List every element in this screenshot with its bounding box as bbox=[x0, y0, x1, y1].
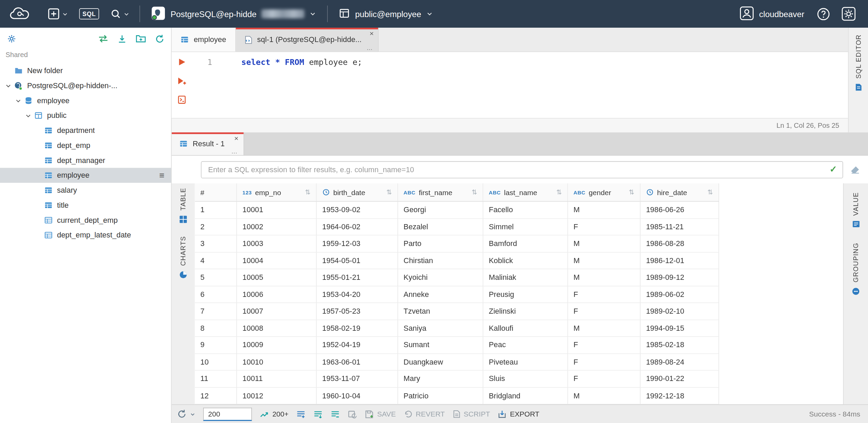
grid-cell[interactable]: 1986-06-26 bbox=[641, 202, 719, 218]
tree-item-dept-manager[interactable]: dept_manager bbox=[0, 153, 171, 168]
driver-search-button[interactable] bbox=[105, 0, 135, 28]
column-header-index[interactable]: # bbox=[195, 183, 237, 202]
grid-cell[interactable]: 1994-09-15 bbox=[641, 320, 719, 337]
grid-cell[interactable]: 1964-06-02 bbox=[317, 219, 398, 235]
chevron-down-icon[interactable] bbox=[13, 96, 23, 105]
grid-cell[interactable]: Peac bbox=[483, 337, 568, 354]
export-button[interactable]: EXPORT bbox=[498, 410, 540, 419]
grid-cell[interactable]: Maliniak bbox=[483, 269, 568, 286]
grid-cell[interactable]: Facello bbox=[483, 202, 568, 218]
grid-cell[interactable]: 1992-12-18 bbox=[641, 387, 719, 404]
tree-item-dept-emp-latest-date[interactable]: dept_emp_latest_date bbox=[0, 228, 171, 243]
grid-cell[interactable]: 10007 bbox=[237, 303, 317, 320]
tree-item-salary[interactable]: salary bbox=[0, 183, 171, 198]
column-header-first_name[interactable]: ABCfirst_name⇅ bbox=[398, 183, 484, 202]
row-index-cell[interactable]: 10 bbox=[195, 354, 237, 370]
grid-cell[interactable]: Preusig bbox=[483, 286, 568, 303]
row-index-cell[interactable]: 11 bbox=[195, 371, 237, 387]
row-index-cell[interactable]: 1 bbox=[195, 202, 237, 218]
grid-cell[interactable]: M bbox=[568, 252, 640, 269]
grid-cell[interactable]: Chirstian bbox=[398, 252, 484, 269]
duplicate-row-button[interactable] bbox=[313, 410, 323, 419]
grid-cell[interactable]: 10012 bbox=[237, 387, 317, 404]
grid-cell[interactable]: Mary bbox=[398, 371, 484, 387]
row-index-cell[interactable]: 12 bbox=[195, 387, 237, 404]
grid-cell[interactable]: M bbox=[568, 320, 640, 337]
grid-cell[interactable]: 10001 bbox=[237, 202, 317, 218]
grid-cell[interactable]: Anneke bbox=[398, 286, 484, 303]
row-index-cell[interactable]: 3 bbox=[195, 235, 237, 252]
script-button[interactable]: SCRIPT bbox=[452, 410, 490, 418]
tree-item-department[interactable]: department bbox=[0, 123, 171, 138]
grid-cell[interactable]: 1954-05-01 bbox=[317, 252, 398, 269]
open-sql-editor-button[interactable]: SQL bbox=[74, 0, 105, 28]
tree-item-postgresql-ep-hidden[interactable]: PostgreSQL@ep-hidden-... bbox=[0, 78, 171, 93]
grid-cell[interactable]: 10010 bbox=[237, 354, 317, 370]
grid-cell[interactable]: 10006 bbox=[237, 286, 317, 303]
settings-button[interactable] bbox=[836, 0, 862, 28]
chevron-down-icon[interactable] bbox=[23, 111, 33, 120]
grid-cell[interactable]: 1953-11-07 bbox=[317, 371, 398, 387]
execute-new-tab-button[interactable] bbox=[177, 77, 186, 85]
sort-icon[interactable]: ⇅ bbox=[305, 188, 310, 196]
grid-cell[interactable]: Bamford bbox=[483, 235, 568, 252]
grid-cell[interactable]: 10009 bbox=[237, 337, 317, 354]
sort-icon[interactable]: ⇅ bbox=[556, 188, 562, 196]
grid-cell[interactable]: 1989-06-02 bbox=[641, 286, 719, 303]
grid-cell[interactable]: Simmel bbox=[483, 219, 568, 235]
delete-row-button[interactable] bbox=[331, 410, 340, 419]
grid-cell[interactable]: F bbox=[568, 337, 640, 354]
column-header-emp_no[interactable]: 123emp_no⇅ bbox=[237, 183, 317, 202]
grid-cell[interactable]: Piveteau bbox=[483, 354, 568, 370]
revert-button[interactable]: REVERT bbox=[404, 410, 445, 418]
new-connection-button[interactable] bbox=[42, 0, 73, 28]
clear-filter-icon[interactable] bbox=[850, 165, 860, 174]
grid-cell[interactable]: Bezalel bbox=[398, 219, 484, 235]
grid-cell[interactable]: 1955-01-21 bbox=[317, 269, 398, 286]
grid-cell[interactable]: M bbox=[568, 202, 640, 218]
column-header-hire_date[interactable]: hire_date⇅ bbox=[641, 183, 719, 202]
schema-selector[interactable]: public@employee bbox=[332, 0, 439, 28]
grid-cell[interactable]: 1986-08-28 bbox=[641, 235, 719, 252]
tab-employee[interactable]: employee bbox=[172, 28, 236, 52]
connection-selector[interactable]: PostgreSQL@ep-hidde bbox=[144, 0, 323, 28]
grid-cell[interactable]: Parto bbox=[398, 235, 484, 252]
grid-cell[interactable]: Patricio bbox=[398, 387, 484, 404]
tree-item-new-folder[interactable]: New folder bbox=[0, 63, 171, 78]
grid-cell[interactable]: Sluis bbox=[483, 371, 568, 387]
sort-icon[interactable]: ⇅ bbox=[386, 188, 392, 196]
grid-cell[interactable]: 1953-04-20 bbox=[317, 286, 398, 303]
grid-cell[interactable]: Saniya bbox=[398, 320, 484, 337]
grid-cell[interactable]: 1986-12-01 bbox=[641, 252, 719, 269]
grid-cell[interactable]: 1989-02-10 bbox=[641, 303, 719, 320]
grid-cell[interactable]: 1990-01-22 bbox=[641, 371, 719, 387]
column-header-gender[interactable]: ABCgender⇅ bbox=[568, 183, 640, 202]
auto-refresh-button[interactable] bbox=[348, 410, 358, 419]
help-button[interactable] bbox=[811, 0, 836, 28]
grid-cell[interactable]: 10005 bbox=[237, 269, 317, 286]
row-index-cell[interactable]: 8 bbox=[195, 320, 237, 337]
grid-cell[interactable]: 1963-06-01 bbox=[317, 354, 398, 370]
tree-settings-gear-icon[interactable] bbox=[6, 34, 16, 44]
item-menu-icon[interactable]: ≡ bbox=[159, 171, 164, 180]
grid-cell[interactable]: 1959-12-03 bbox=[317, 235, 398, 252]
grid-cell[interactable]: 10004 bbox=[237, 252, 317, 269]
grid-cell[interactable]: Bridgland bbox=[483, 387, 568, 404]
tree-item-employee[interactable]: employee≡ bbox=[0, 168, 171, 183]
grid-cell[interactable]: Koblick bbox=[483, 252, 568, 269]
grid-cell[interactable]: Duangkaew bbox=[398, 354, 484, 370]
row-index-cell[interactable]: 9 bbox=[195, 337, 237, 354]
grid-cell[interactable]: M bbox=[568, 235, 640, 252]
sort-icon[interactable]: ⇅ bbox=[629, 188, 634, 196]
grid-cell[interactable]: 1960-10-04 bbox=[317, 387, 398, 404]
user-menu[interactable]: cloudbeaver bbox=[733, 0, 811, 28]
chevron-down-icon[interactable] bbox=[3, 81, 13, 90]
tree-item-employee[interactable]: employee bbox=[0, 93, 171, 108]
row-index-cell[interactable]: 6 bbox=[195, 286, 237, 303]
new-folder-icon[interactable] bbox=[136, 35, 146, 43]
execute-script-button[interactable] bbox=[178, 95, 186, 104]
column-header-birth_date[interactable]: birth_date⇅ bbox=[317, 183, 398, 202]
refresh-tree-icon[interactable] bbox=[155, 34, 165, 44]
grid-cell[interactable]: Sumant bbox=[398, 337, 484, 354]
sort-icon[interactable]: ⇅ bbox=[472, 188, 477, 196]
